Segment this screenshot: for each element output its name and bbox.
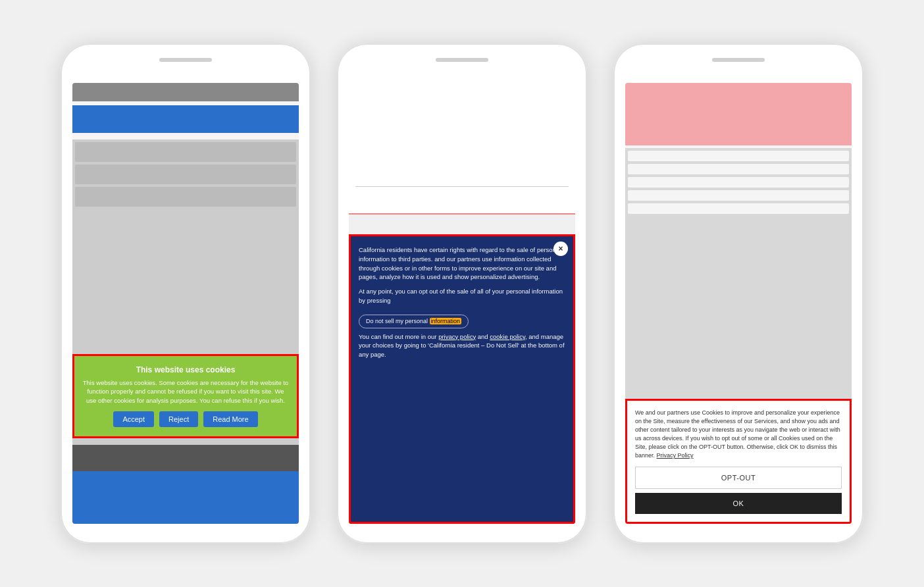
cb3-privacy-policy-link[interactable]: Privacy Policy — [657, 452, 694, 459]
ph2-middle-area — [349, 215, 575, 234]
ph3-white-line-3 — [628, 177, 849, 188]
phones-container: This website uses cookies This website u… — [34, 17, 890, 570]
ph3-white-line-2 — [628, 164, 849, 174]
ph1-gray-block-3 — [75, 187, 296, 207]
opt-out-pill[interactable]: Do not sell my personal information — [359, 315, 469, 328]
ph1-content: This website uses cookies This website u… — [72, 83, 299, 524]
cookie-banner-1-buttons: Accept Reject Read More — [82, 411, 289, 427]
phone-3: We and our partners use Cookies to impro… — [613, 43, 863, 544]
phone-1: This website uses cookies This website u… — [61, 43, 311, 544]
ph3-white-line-1 — [628, 151, 849, 161]
ph1-gray-block-1 — [75, 142, 296, 162]
ph3-white-line-5 — [628, 203, 849, 214]
ph2-white-area — [349, 83, 575, 215]
ph1-dark-bottom — [72, 445, 299, 471]
opt-out-highlight: information — [430, 318, 462, 324]
cb2-para2: At any point, you can opt out of the sal… — [359, 287, 565, 305]
ph3-content: We and our partners use Cookies to impro… — [625, 83, 852, 524]
ph1-gray-block-2 — [75, 165, 296, 184]
cookie-banner-3: We and our partners use Cookies to impro… — [625, 399, 852, 524]
ph1-bottom-blue — [72, 471, 299, 524]
ph1-blue-bar — [72, 105, 299, 133]
accept-button[interactable]: Accept — [113, 411, 154, 427]
cb2-para1: California residents have certain rights… — [359, 245, 565, 282]
ph2-content: × California residents have certain righ… — [349, 83, 575, 524]
cookie-banner-1-desc: This website uses cookies. Some cookies … — [82, 378, 289, 405]
phone-2-screen: × California residents have certain righ… — [349, 83, 575, 524]
cb2-para3: You can find out more in our privacy pol… — [359, 332, 565, 359]
ph3-white-line-4 — [628, 190, 849, 201]
cookie-banner-1: This website uses cookies This website u… — [72, 354, 299, 438]
phone-1-screen: This website uses cookies This website u… — [72, 83, 299, 524]
phone-3-screen: We and our partners use Cookies to impro… — [625, 83, 852, 524]
ph1-gray-bar — [72, 83, 299, 101]
close-button[interactable]: × — [553, 242, 568, 256]
ph2-line — [355, 186, 569, 187]
phone-2: × California residents have certain righ… — [337, 43, 587, 544]
cookie-banner-2: × California residents have certain righ… — [349, 234, 575, 524]
read-more-button[interactable]: Read More — [203, 411, 257, 427]
cookie-policy-link[interactable]: cookie policy — [490, 333, 525, 340]
cb3-desc: We and our partners use Cookies to impro… — [635, 409, 842, 460]
reject-button[interactable]: Reject — [159, 411, 198, 427]
ph3-pink-block — [625, 83, 852, 145]
opt-out-button[interactable]: OPT-OUT — [635, 467, 842, 489]
ok-button[interactable]: OK — [635, 493, 842, 514]
privacy-policy-link[interactable]: privacy policy — [438, 333, 476, 340]
cookie-banner-1-title: This website uses cookies — [82, 365, 289, 374]
